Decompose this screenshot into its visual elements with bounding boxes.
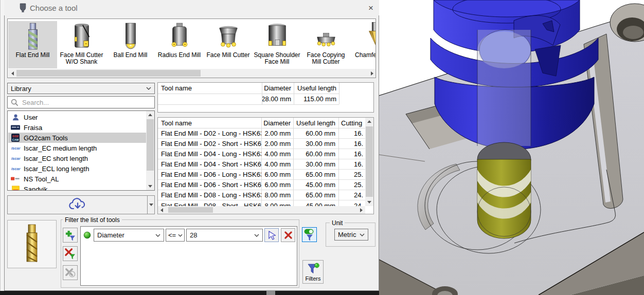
flat-end-mill-icon bbox=[20, 21, 46, 51]
search-input[interactable] bbox=[22, 99, 140, 106]
library-list-scroll-up[interactable] bbox=[146, 111, 154, 119]
cell-diameter: 8.00 mm bbox=[261, 200, 293, 206]
remove-filter-button[interactable] bbox=[63, 246, 78, 261]
cell-tool-name: Flat End Mill - D06 - Short - HSK63 bbox=[158, 180, 261, 190]
library-item-label: Sandvik bbox=[24, 186, 47, 191]
tool-type-label: Radius End Mill bbox=[157, 52, 202, 59]
tool-strip-scroll-left[interactable] bbox=[8, 69, 16, 78]
header-tool-name: Tool name bbox=[158, 118, 261, 128]
filters-funnel-icon bbox=[307, 263, 320, 275]
face-mill-cutter-icon bbox=[216, 21, 241, 51]
cell-tool-name: Flat End Mill - D06 - Long - HSK63 bbox=[158, 170, 261, 179]
tool-strip-scroll-right[interactable] bbox=[368, 69, 376, 78]
tool-type-flat-end-mill[interactable]: Flat End Mill bbox=[8, 21, 57, 68]
filter-operator-select[interactable]: <= bbox=[166, 229, 185, 242]
cloud-download-icon bbox=[69, 198, 86, 212]
tool-type-label: Face Mill Cutter W/O Shank bbox=[57, 52, 106, 65]
library-item-iscar-ecl-long[interactable]: iscar Iscar_ECL long length bbox=[8, 163, 146, 174]
scroll-up-icon bbox=[367, 120, 371, 123]
selected-tool-header-row: Tool name Diameter Useful length bbox=[158, 83, 339, 94]
download-library-button[interactable] bbox=[7, 195, 148, 214]
filter-enable-toggle-button[interactable] bbox=[302, 227, 317, 242]
library-selector[interactable]: Library bbox=[7, 83, 155, 94]
chevron-down-icon bbox=[254, 234, 259, 237]
library-list: User Fraisa GO2CAM GO2cam Tools iscar Is… bbox=[7, 110, 155, 191]
scroll-right-icon bbox=[371, 71, 373, 76]
unit-select[interactable]: Metric bbox=[334, 229, 368, 241]
filter-value-combobox[interactable]: 28 bbox=[186, 229, 263, 242]
iscar-logo: iscar bbox=[10, 154, 21, 162]
pick-filter-button[interactable] bbox=[264, 228, 279, 242]
radius-end-mill-icon bbox=[167, 21, 192, 51]
library-list-scrollbar-thumb[interactable] bbox=[147, 119, 154, 171]
user-icon bbox=[10, 113, 21, 121]
search-box[interactable] bbox=[7, 96, 155, 108]
tool-type-radius-end-mill[interactable]: Radius End Mill bbox=[155, 21, 204, 68]
tool-shank[interactable] bbox=[477, 30, 531, 176]
filters-button[interactable]: Filters bbox=[302, 260, 324, 284]
tools-table-hscrollbar-thumb[interactable] bbox=[168, 207, 213, 213]
tools-table-scroll-right[interactable] bbox=[357, 206, 365, 214]
library-item-sandvik[interactable]: Sandvik bbox=[8, 184, 146, 191]
svg-text:iscar: iscar bbox=[11, 167, 20, 171]
svg-text:iscar: iscar bbox=[11, 146, 20, 151]
cell-cutting: 16. bbox=[338, 128, 365, 138]
header-useful-length: Useful length bbox=[294, 83, 339, 94]
library-item-label: NS Tool_AL bbox=[24, 175, 59, 183]
tool-strip-scrollbar-thumb[interactable] bbox=[16, 70, 201, 77]
tools-table-vscrollbar-thumb[interactable] bbox=[366, 126, 373, 197]
cell-cutting: 24. bbox=[338, 200, 365, 206]
tools-table-scroll-left[interactable] bbox=[158, 206, 166, 214]
library-item-user[interactable]: User bbox=[8, 112, 146, 122]
add-filter-button[interactable] bbox=[63, 228, 78, 243]
scroll-up-icon bbox=[148, 114, 152, 116]
tools-table-scroll-up[interactable] bbox=[365, 118, 373, 125]
value-diameter: 28.00 mm bbox=[262, 94, 294, 104]
library-list-scroll-down[interactable] bbox=[146, 182, 154, 190]
caret-down-icon bbox=[149, 204, 153, 206]
library-item-ns-tool-al[interactable]: NS Tool_AL bbox=[8, 174, 146, 184]
background-app-edge bbox=[0, 0, 4, 295]
delete-filter-row-button[interactable] bbox=[281, 228, 295, 242]
clear-filters-button-disabled[interactable] bbox=[63, 265, 78, 280]
face-copying-mill-cutter-icon bbox=[313, 21, 339, 51]
tool-type-square-shoulder-face-mill[interactable]: Square Shoulder Face Mill bbox=[253, 21, 301, 68]
tool-type-face-mill-wo-shank[interactable]: Face Mill Cutter W/O Shank bbox=[57, 21, 106, 68]
scroll-down-icon bbox=[367, 201, 371, 204]
library-item-iscar-ec-medium[interactable]: iscar Iscar_EC medium length bbox=[8, 143, 146, 153]
cell-useful-length: 65.00 mm bbox=[293, 170, 338, 179]
cell-useful-length: 30.00 mm bbox=[293, 139, 338, 149]
library-item-go2cam-tools[interactable]: GO2CAM GO2cam Tools bbox=[8, 133, 146, 143]
square-shoulder-face-mill-icon bbox=[264, 21, 290, 51]
cell-useful-length: 45.00 mm bbox=[293, 180, 338, 190]
scroll-right-icon bbox=[360, 208, 363, 212]
header-useful-length: Useful length bbox=[293, 118, 338, 128]
value-useful-length: 115.00 mm bbox=[294, 94, 339, 104]
search-icon bbox=[11, 99, 19, 106]
library-item-iscar-ec-short[interactable]: iscar Iscar_EC short length bbox=[8, 153, 146, 163]
library-item-fraisa[interactable]: Fraisa bbox=[8, 122, 146, 133]
3d-viewport[interactable] bbox=[379, 0, 644, 295]
cell-useful-length: 60.00 mm bbox=[293, 128, 338, 138]
tool-type-chamfer[interactable]: Chamfe bbox=[350, 21, 376, 68]
value-tool-name bbox=[158, 94, 262, 104]
tool-type-face-mill-cutter[interactable]: Face Mill Cutter bbox=[204, 21, 253, 68]
close-button[interactable]: × bbox=[365, 3, 377, 13]
tool-type-ball-end-mill[interactable]: Ball End Mill bbox=[106, 21, 155, 68]
tool-type-label: Face Copying Mill Cutter bbox=[301, 52, 350, 65]
3d-scene[interactable] bbox=[379, 0, 644, 295]
download-options-caret[interactable] bbox=[148, 195, 155, 214]
filter-field-select[interactable]: Diameter bbox=[94, 229, 164, 242]
tool-type-face-copying-mill-cutter[interactable]: Face Copying Mill Cutter bbox=[301, 21, 350, 68]
cutter[interactable] bbox=[477, 159, 531, 238]
filter-groupbox-legend: Filter the list of tools bbox=[63, 216, 122, 224]
selected-tool-value-row: 28.00 mm 115.00 mm bbox=[158, 94, 339, 104]
chevron-down-icon bbox=[360, 233, 365, 236]
library-item-label: Iscar_EC short length bbox=[24, 155, 88, 162]
cell-diameter: 6.00 mm bbox=[261, 180, 293, 190]
cell-tool-name: Flat End Mill - D04 - Short - HSK63 bbox=[158, 159, 261, 169]
header-diameter: Diameter bbox=[262, 83, 294, 94]
nstool-logo bbox=[10, 175, 21, 183]
tools-table-scroll-down[interactable] bbox=[365, 198, 373, 206]
fraisa-logo bbox=[10, 123, 21, 132]
